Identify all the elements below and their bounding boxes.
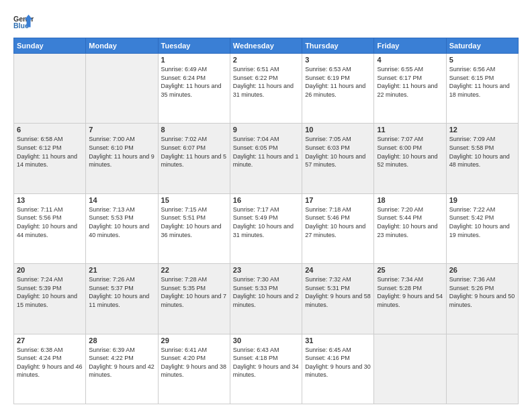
day-number: 10 [305, 126, 371, 134]
day-info: Sunrise: 7:18 AM Sunset: 5:46 PM Dayligh… [305, 205, 371, 239]
day-number: 18 [377, 196, 443, 204]
week-row-3: 13Sunrise: 7:11 AM Sunset: 5:56 PM Dayli… [14, 193, 519, 263]
day-cell: 24Sunrise: 7:32 AM Sunset: 5:31 PM Dayli… [302, 264, 374, 334]
day-cell: 14Sunrise: 7:13 AM Sunset: 5:53 PM Dayli… [86, 193, 158, 263]
day-info: Sunrise: 7:34 AM Sunset: 5:28 PM Dayligh… [377, 275, 443, 309]
day-number: 9 [233, 126, 299, 134]
day-number: 31 [305, 336, 371, 345]
day-info: Sunrise: 7:04 AM Sunset: 6:05 PM Dayligh… [233, 135, 299, 169]
day-cell: 22Sunrise: 7:28 AM Sunset: 5:35 PM Dayli… [158, 264, 230, 334]
day-cell [86, 54, 158, 124]
day-cell: 20Sunrise: 7:24 AM Sunset: 5:39 PM Dayli… [14, 264, 86, 334]
day-cell: 18Sunrise: 7:20 AM Sunset: 5:44 PM Dayli… [374, 193, 446, 263]
day-cell: 3Sunrise: 6:53 AM Sunset: 6:19 PM Daylig… [302, 54, 374, 124]
day-info: Sunrise: 7:26 AM Sunset: 5:37 PM Dayligh… [89, 275, 154, 309]
day-number: 12 [449, 126, 515, 134]
weekday-thursday: Thursday [302, 38, 374, 54]
day-cell: 29Sunrise: 6:41 AM Sunset: 4:20 PM Dayli… [158, 334, 230, 404]
header: General Blue [13, 12, 519, 32]
day-cell: 15Sunrise: 7:15 AM Sunset: 5:51 PM Dayli… [158, 193, 230, 263]
logo: General Blue [13, 12, 34, 32]
day-cell [14, 54, 86, 124]
day-info: Sunrise: 6:51 AM Sunset: 6:22 PM Dayligh… [233, 65, 299, 99]
day-info: Sunrise: 7:15 AM Sunset: 5:51 PM Dayligh… [161, 205, 227, 239]
day-cell: 12Sunrise: 7:09 AM Sunset: 5:58 PM Dayli… [446, 124, 518, 193]
day-info: Sunrise: 7:36 AM Sunset: 5:26 PM Dayligh… [449, 275, 515, 309]
day-info: Sunrise: 7:32 AM Sunset: 5:31 PM Dayligh… [305, 275, 371, 309]
logo-icon: General Blue [13, 12, 34, 32]
day-info: Sunrise: 7:07 AM Sunset: 6:00 PM Dayligh… [377, 135, 443, 169]
day-info: Sunrise: 6:45 AM Sunset: 4:16 PM Dayligh… [305, 346, 371, 379]
day-info: Sunrise: 6:58 AM Sunset: 6:12 PM Dayligh… [17, 135, 83, 169]
day-cell: 10Sunrise: 7:05 AM Sunset: 6:03 PM Dayli… [302, 124, 374, 193]
day-number: 6 [17, 126, 83, 134]
day-number: 4 [377, 56, 443, 64]
day-info: Sunrise: 7:00 AM Sunset: 6:10 PM Dayligh… [89, 135, 154, 169]
day-number: 29 [161, 336, 227, 345]
day-cell: 19Sunrise: 7:22 AM Sunset: 5:42 PM Dayli… [446, 193, 518, 263]
day-info: Sunrise: 7:30 AM Sunset: 5:33 PM Dayligh… [233, 275, 299, 309]
day-info: Sunrise: 7:17 AM Sunset: 5:49 PM Dayligh… [233, 205, 299, 239]
day-info: Sunrise: 6:39 AM Sunset: 4:22 PM Dayligh… [89, 346, 154, 379]
day-cell [374, 334, 446, 404]
day-cell: 13Sunrise: 7:11 AM Sunset: 5:56 PM Dayli… [14, 193, 86, 263]
day-cell: 28Sunrise: 6:39 AM Sunset: 4:22 PM Dayli… [86, 334, 158, 404]
day-number: 14 [89, 196, 154, 204]
day-info: Sunrise: 6:43 AM Sunset: 4:18 PM Dayligh… [233, 346, 299, 379]
day-cell: 9Sunrise: 7:04 AM Sunset: 6:05 PM Daylig… [230, 124, 302, 193]
day-cell: 25Sunrise: 7:34 AM Sunset: 5:28 PM Dayli… [374, 264, 446, 334]
weekday-tuesday: Tuesday [158, 38, 230, 54]
day-number: 11 [377, 126, 443, 134]
week-row-1: 1Sunrise: 6:49 AM Sunset: 6:24 PM Daylig… [14, 54, 519, 124]
day-cell: 1Sunrise: 6:49 AM Sunset: 6:24 PM Daylig… [158, 54, 230, 124]
weekday-friday: Friday [374, 38, 446, 54]
day-info: Sunrise: 7:05 AM Sunset: 6:03 PM Dayligh… [305, 135, 371, 169]
day-number: 15 [161, 196, 227, 204]
day-cell [446, 334, 518, 404]
day-info: Sunrise: 6:56 AM Sunset: 6:15 PM Dayligh… [449, 65, 515, 99]
day-number: 5 [449, 56, 515, 64]
day-cell: 6Sunrise: 6:58 AM Sunset: 6:12 PM Daylig… [14, 124, 86, 193]
week-row-4: 20Sunrise: 7:24 AM Sunset: 5:39 PM Dayli… [14, 264, 519, 334]
day-number: 23 [233, 266, 299, 274]
day-cell: 26Sunrise: 7:36 AM Sunset: 5:26 PM Dayli… [446, 264, 518, 334]
day-number: 8 [161, 126, 227, 134]
day-info: Sunrise: 6:41 AM Sunset: 4:20 PM Dayligh… [161, 346, 227, 379]
weekday-header-row: SundayMondayTuesdayWednesdayThursdayFrid… [14, 38, 519, 54]
day-number: 13 [17, 196, 83, 204]
day-number: 21 [89, 266, 154, 274]
day-info: Sunrise: 7:02 AM Sunset: 6:07 PM Dayligh… [161, 135, 227, 169]
day-info: Sunrise: 6:49 AM Sunset: 6:24 PM Dayligh… [161, 65, 227, 99]
day-cell: 21Sunrise: 7:26 AM Sunset: 5:37 PM Dayli… [86, 264, 158, 334]
day-cell: 7Sunrise: 7:00 AM Sunset: 6:10 PM Daylig… [86, 124, 158, 193]
day-info: Sunrise: 7:22 AM Sunset: 5:42 PM Dayligh… [449, 205, 515, 239]
day-number: 25 [377, 266, 443, 274]
calendar-table: SundayMondayTuesdayWednesdayThursdayFrid… [13, 38, 519, 404]
day-number: 3 [305, 56, 371, 64]
day-number: 16 [233, 196, 299, 204]
day-info: Sunrise: 7:20 AM Sunset: 5:44 PM Dayligh… [377, 205, 443, 239]
day-number: 2 [233, 56, 299, 64]
day-cell: 5Sunrise: 6:56 AM Sunset: 6:15 PM Daylig… [446, 54, 518, 124]
week-row-2: 6Sunrise: 6:58 AM Sunset: 6:12 PM Daylig… [14, 124, 519, 193]
svg-text:Blue: Blue [13, 21, 29, 30]
weekday-monday: Monday [86, 38, 158, 54]
day-info: Sunrise: 6:55 AM Sunset: 6:17 PM Dayligh… [377, 65, 443, 99]
day-cell: 31Sunrise: 6:45 AM Sunset: 4:16 PM Dayli… [302, 334, 374, 404]
day-cell: 2Sunrise: 6:51 AM Sunset: 6:22 PM Daylig… [230, 54, 302, 124]
day-info: Sunrise: 7:28 AM Sunset: 5:35 PM Dayligh… [161, 275, 227, 309]
day-number: 24 [305, 266, 371, 274]
day-number: 30 [233, 336, 299, 345]
day-cell: 11Sunrise: 7:07 AM Sunset: 6:00 PM Dayli… [374, 124, 446, 193]
day-cell: 30Sunrise: 6:43 AM Sunset: 4:18 PM Dayli… [230, 334, 302, 404]
day-cell: 17Sunrise: 7:18 AM Sunset: 5:46 PM Dayli… [302, 193, 374, 263]
day-number: 26 [449, 266, 515, 274]
weekday-saturday: Saturday [446, 38, 518, 54]
day-info: Sunrise: 7:11 AM Sunset: 5:56 PM Dayligh… [17, 205, 83, 239]
day-number: 27 [17, 336, 83, 345]
day-number: 1 [161, 56, 227, 64]
day-cell: 16Sunrise: 7:17 AM Sunset: 5:49 PM Dayli… [230, 193, 302, 263]
day-cell: 4Sunrise: 6:55 AM Sunset: 6:17 PM Daylig… [374, 54, 446, 124]
day-info: Sunrise: 6:53 AM Sunset: 6:19 PM Dayligh… [305, 65, 371, 99]
weekday-wednesday: Wednesday [230, 38, 302, 54]
